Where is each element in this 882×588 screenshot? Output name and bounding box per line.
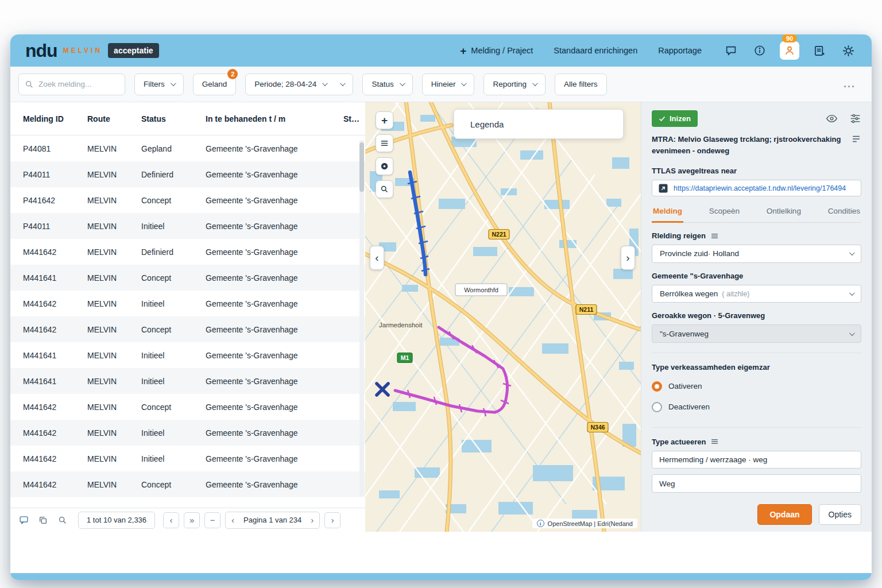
panel-footer: Opdaan Opties xyxy=(652,498,861,525)
column-header-behandelen[interactable]: In te behaneden t / m xyxy=(206,114,343,123)
locate-icon xyxy=(380,161,389,171)
table-row[interactable]: M441642 MELVIN Definierd Gemeente 's-Gra… xyxy=(10,239,365,265)
weg-input[interactable] xyxy=(652,474,861,493)
zoom-in-button[interactable]: + xyxy=(376,111,393,129)
levering-link-text: https://datapriewin.acceptatie.t.ndw.nl/… xyxy=(674,184,846,192)
tab-ontlelking[interactable]: Ontlelking xyxy=(765,206,802,222)
geland-button[interactable]: 2 Geland xyxy=(193,74,237,95)
radio-selected-icon[interactable] xyxy=(652,381,662,392)
cell-melding-id: P44011 xyxy=(23,170,87,179)
map-canvas[interactable]: N221 N211 N346 M1 xyxy=(365,102,641,532)
inzien-button[interactable]: Inizen xyxy=(652,110,698,127)
radio-deactiveren[interactable]: Deactiveren xyxy=(652,402,861,412)
collapse-left-panel-button[interactable]: ‹ xyxy=(370,246,384,270)
tab-condities[interactable]: Condities xyxy=(827,206,861,222)
report-icon[interactable] xyxy=(811,42,828,59)
info-icon[interactable]: i xyxy=(537,520,544,527)
pagination-bar: 1 tot 10 van 2,336 ‹ » − ‹ Pagina 1 van … xyxy=(10,508,365,532)
type-werkzaamheden-input[interactable] xyxy=(652,451,861,469)
select-hint: ( aitzhle) xyxy=(722,290,749,298)
column-header-melding-id[interactable]: Melding ID xyxy=(23,114,87,123)
region-select[interactable]: Provincle zuid· Holland xyxy=(652,245,861,263)
main-content: Melding ID Route Status In te behaneden … xyxy=(10,102,872,573)
chevron-down-icon xyxy=(400,80,405,86)
details-icon[interactable] xyxy=(851,134,861,144)
nav-standaard-enrichingen[interactable]: Standaard enrichingen xyxy=(554,46,637,55)
table-scrollbar[interactable] xyxy=(359,140,364,496)
cell-status: Concept xyxy=(141,196,206,205)
options-button[interactable]: Opties xyxy=(819,504,861,525)
table-row[interactable]: M441642 MELVIN Concept Gemeente 's-Grave… xyxy=(10,394,365,420)
column-header-status[interactable]: Status xyxy=(141,114,206,123)
table-row[interactable]: M441641 MELVIN Concept Gemeente 's-Grave… xyxy=(10,265,365,291)
page-next-icon[interactable]: › xyxy=(311,515,314,525)
table-row[interactable]: M441641 MELVIN Initieel Gemeente 's-Grav… xyxy=(10,342,365,368)
table-row[interactable]: P44081 MELVIN Gepland Gemeente 's-Graven… xyxy=(10,136,365,161)
periode-button[interactable]: Periode; 28-04-24 xyxy=(245,74,353,95)
skip-page-button[interactable]: » xyxy=(184,512,200,528)
nav-new-melding[interactable]: + Melding / Praject xyxy=(460,45,533,56)
table-row[interactable]: M441642 MELVIN Concept Gemeente 's-Grave… xyxy=(10,316,365,342)
geraakte-wegen-select[interactable]: "s-Gravenweg xyxy=(652,324,861,343)
tab-scopen[interactable]: Scopeèn xyxy=(708,206,741,222)
cell-behandelaar: Gemeente 's-Gravenhage xyxy=(206,377,343,386)
sliders-icon[interactable] xyxy=(849,113,861,125)
gear-icon[interactable] xyxy=(840,42,857,59)
row-range-indicator: 1 tot 10 van 2,336 xyxy=(78,512,155,529)
more-options-icon[interactable]: ... xyxy=(835,78,864,90)
save-button[interactable]: Opdaan xyxy=(757,504,811,525)
divider xyxy=(652,427,861,428)
message-icon[interactable] xyxy=(16,513,31,528)
collapse-right-panel-button[interactable]: › xyxy=(621,246,635,270)
filters-button[interactable]: Filters xyxy=(134,74,184,95)
column-header-route[interactable]: Route xyxy=(87,114,141,123)
table-row[interactable]: M441641 MELVIN Initieel Gemeente 's-Grav… xyxy=(10,368,365,394)
radio-unselected-icon[interactable] xyxy=(652,402,662,412)
gemeente-wegen-select[interactable]: Berrólkea wegen ( aitzhle) xyxy=(652,285,861,303)
copy-icon[interactable] xyxy=(36,513,51,528)
cell-status: Initieel xyxy=(141,454,206,463)
svg-text:N346: N346 xyxy=(590,424,605,431)
column-header-status-2[interactable]: Status xyxy=(343,114,365,123)
radio-activeren[interactable]: Oativeren xyxy=(652,381,861,392)
hinder-filter-button[interactable]: Hineier xyxy=(422,74,475,95)
table-row[interactable]: M441642 MELVIN Initieel Gemeente 's-Grav… xyxy=(10,291,365,316)
map[interactable]: N221 N211 N346 M1 xyxy=(365,102,641,532)
cell-behandelaar: Gemeente 's-Gravenhage xyxy=(206,196,343,205)
road-shield-n211: N211 xyxy=(576,305,597,315)
tab-melding[interactable]: Melding xyxy=(652,206,683,223)
status-filter-button[interactable]: Status xyxy=(362,74,412,95)
table-row[interactable]: M441642 MELVIN Initieel Gemeente 's-Grav… xyxy=(10,420,365,446)
eye-icon[interactable] xyxy=(826,113,838,125)
scrollbar-thumb[interactable] xyxy=(359,142,364,192)
locate-button[interactable] xyxy=(376,157,393,175)
info-icon[interactable] xyxy=(751,42,768,59)
cell-route: MELVIN xyxy=(87,247,141,257)
layers-button[interactable] xyxy=(376,134,393,152)
user-avatar[interactable]: 90 xyxy=(780,41,799,60)
geraakte-wegen-label: Geroakke wegon · 5-Gravenweg xyxy=(652,311,861,320)
prev-page-button[interactable]: ‹ xyxy=(163,512,179,528)
map-search-button[interactable] xyxy=(376,180,393,198)
nav-rapportage[interactable]: Rapportage xyxy=(658,46,702,55)
levering-link[interactable]: https://datapriewin.acceptatie.t.ndw.nl/… xyxy=(652,180,861,196)
svg-text:Wormonthfd: Wormonthfd xyxy=(464,287,498,293)
table-row[interactable]: P44011 MELVIN Definierd Gemeente 's-Grav… xyxy=(10,161,365,187)
table-row[interactable]: M441642 MELVIN Concept Gemeente 's-Grave… xyxy=(10,471,365,497)
table-row[interactable]: P441642 MELVIN Concept Gemeente 's-Grave… xyxy=(10,187,365,213)
collapse-button[interactable]: − xyxy=(204,512,220,528)
map-attribution: i OpenStreetMap | Edri(Nedand xyxy=(532,519,637,528)
search-input[interactable] xyxy=(38,80,119,88)
table-row[interactable]: M441642 MELVIN Initieel Gemeente 's-Grav… xyxy=(10,446,365,471)
legend-panel[interactable]: Legenda xyxy=(454,109,624,139)
search-box[interactable] xyxy=(18,74,125,95)
cell-behandelaar: Gemeente 's-Gravenhage xyxy=(206,144,343,153)
reporting-filter-button[interactable]: Reporting xyxy=(483,74,546,95)
page-prev-icon[interactable]: ‹ xyxy=(231,515,234,525)
table-row[interactable]: P44011 MELVIN Initieel Gemeente 's-Grave… xyxy=(10,213,365,239)
menu-icon xyxy=(711,233,718,239)
search-icon[interactable] xyxy=(55,513,70,528)
next-page-button[interactable]: › xyxy=(324,512,341,528)
chat-icon[interactable] xyxy=(722,42,740,59)
alle-filters-button[interactable]: Alle filters xyxy=(555,74,607,95)
